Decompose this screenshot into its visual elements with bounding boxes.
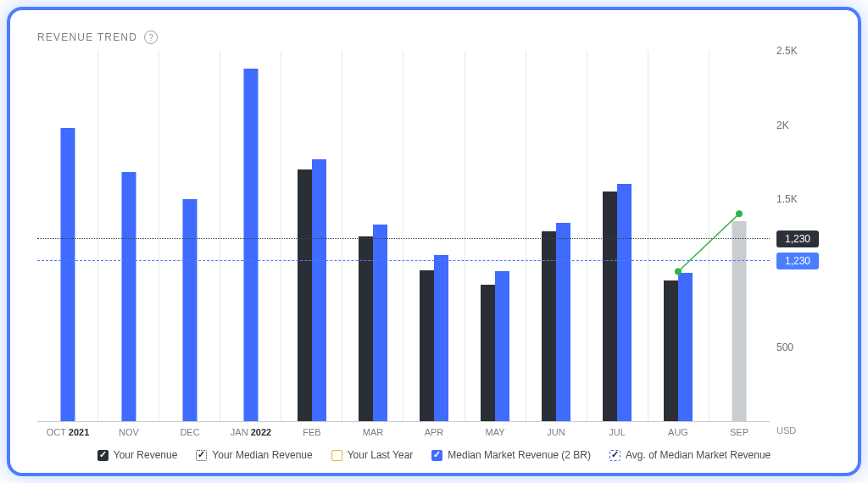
- checkbox-icon: [331, 450, 342, 461]
- legend-label: Your Last Year: [348, 449, 414, 461]
- bar-your-revenue[interactable]: [359, 236, 373, 422]
- y-tick-label: 2.5K: [776, 45, 798, 57]
- legend-your-last-year[interactable]: Your Last Year: [331, 449, 414, 461]
- help-icon[interactable]: ?: [144, 31, 158, 44]
- legend-label: Your Revenue: [114, 449, 178, 461]
- avg-median-market-line: [37, 260, 770, 261]
- x-tick-label: JUL: [587, 427, 648, 437]
- x-tick-label: APR: [403, 427, 465, 437]
- chart-header: REVENUE TREND ?: [37, 31, 831, 44]
- median-revenue-line: [37, 238, 770, 239]
- chart-x-axis: OCT 2021NOVDECJAN 2022FEBMARAPRMAYJUNJUL…: [37, 422, 831, 437]
- month-column: [587, 51, 648, 421]
- x-tick-label: DEC: [159, 427, 220, 437]
- month-column: [342, 51, 403, 421]
- x-tick-label: MAY: [465, 427, 526, 437]
- y-tick-label: 500: [776, 341, 793, 353]
- checkbox-icon: [609, 450, 620, 461]
- bar-median-market[interactable]: [182, 199, 197, 421]
- month-column: [403, 51, 464, 421]
- bar-median-market[interactable]: [434, 255, 448, 421]
- x-tick-label: JAN 2022: [220, 427, 281, 437]
- x-tick-label: OCT 2021: [37, 427, 98, 437]
- bar-your-revenue[interactable]: [420, 270, 434, 421]
- x-tick-label: JUN: [526, 427, 587, 437]
- month-column: [709, 51, 770, 421]
- month-column: [465, 51, 526, 421]
- bar-forecast[interactable]: [732, 221, 747, 421]
- legend-your-revenue[interactable]: Your Revenue: [97, 449, 178, 461]
- bar-median-market[interactable]: [243, 69, 258, 421]
- month-column: [526, 51, 587, 421]
- month-column: [159, 51, 220, 421]
- legend-label: Avg. of Median Market Revenue: [626, 449, 771, 461]
- bar-median-market[interactable]: [617, 184, 632, 421]
- month-column: [220, 51, 281, 421]
- month-column: [97, 51, 159, 421]
- bar-median-market[interactable]: [121, 172, 136, 421]
- checkbox-icon: [431, 450, 442, 461]
- bar-median-market[interactable]: [60, 128, 75, 421]
- x-tick-label: FEB: [281, 427, 342, 437]
- bar-median-market[interactable]: [556, 223, 570, 421]
- bar-median-market[interactable]: [678, 273, 693, 421]
- month-column: [648, 51, 709, 421]
- bar-median-market[interactable]: [373, 225, 387, 421]
- median-revenue-badge: 1,230: [776, 230, 819, 247]
- bar-your-revenue[interactable]: [481, 285, 495, 421]
- legend-label: Median Market Revenue (2 BR): [448, 449, 591, 461]
- chart-area: 1,2301,230 5001.5K2K2.5K: [37, 51, 831, 422]
- bar-median-market[interactable]: [312, 159, 326, 421]
- month-column: [281, 51, 342, 421]
- x-tick-label: AUG: [648, 427, 709, 437]
- bar-your-revenue[interactable]: [664, 280, 678, 421]
- avg-median-market-badge: 1,230: [776, 253, 819, 269]
- x-tick-label: SEP: [709, 427, 770, 437]
- checkbox-icon: [196, 450, 207, 461]
- y-axis-unit: USD: [770, 422, 831, 437]
- month-column: [37, 51, 97, 421]
- x-tick-label: MAR: [342, 427, 403, 437]
- legend-your-median-revenue[interactable]: Your Median Revenue: [196, 449, 312, 461]
- x-labels-row: OCT 2021NOVDECJAN 2022FEBMARAPRMAYJUNJUL…: [37, 427, 770, 437]
- legend-label: Your Median Revenue: [212, 449, 312, 461]
- chart-title: REVENUE TREND: [37, 31, 137, 43]
- y-tick-label: 1.5K: [776, 193, 798, 205]
- checkbox-icon: [97, 450, 108, 461]
- revenue-trend-panel: REVENUE TREND ? 1,2301,230 5001.5K2K2.5K…: [7, 7, 861, 476]
- bar-median-market[interactable]: [495, 271, 509, 421]
- bar-your-revenue[interactable]: [603, 192, 617, 421]
- y-tick-label: 2K: [776, 119, 789, 131]
- chart-plot: 1,2301,230: [37, 51, 770, 422]
- legend-median-market-revenue[interactable]: Median Market Revenue (2 BR): [431, 449, 591, 461]
- x-tick-label: NOV: [98, 427, 159, 437]
- chart-legend: Your Revenue Your Median Revenue Your La…: [37, 449, 831, 461]
- bar-your-revenue[interactable]: [298, 169, 312, 421]
- legend-avg-median-market-revenue[interactable]: Avg. of Median Market Revenue: [609, 449, 771, 461]
- chart-bars: [37, 51, 770, 421]
